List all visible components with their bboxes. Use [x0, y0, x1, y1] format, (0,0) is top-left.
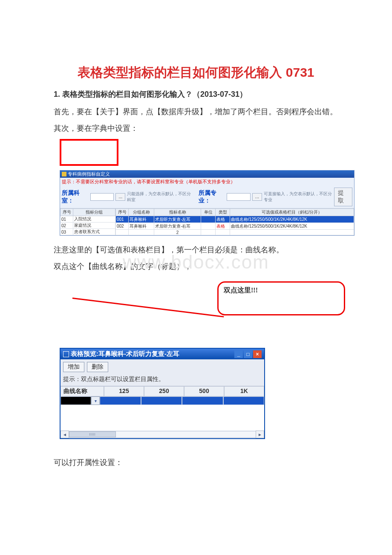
- th: 分组名称: [129, 209, 154, 216]
- grid-blank-area: [61, 405, 264, 431]
- delete-button[interactable]: 删除: [87, 362, 108, 372]
- table-row[interactable]: 01入院情况: [61, 216, 115, 223]
- scroll-right-icon[interactable]: ►: [256, 431, 264, 438]
- data-row[interactable]: ▾: [61, 396, 264, 405]
- red-highlight-box: [60, 139, 118, 166]
- add-button[interactable]: 增加: [63, 362, 84, 372]
- callout-pointer-line: [72, 298, 224, 318]
- left-table[interactable]: 序号 指标分组 01入院情况 02家庭情况 03患者联系方式: [60, 208, 115, 235]
- callout: 双点这里!!!: [38, 281, 354, 345]
- minimize-button[interactable]: _: [234, 350, 243, 358]
- header-row[interactable]: 曲线名称 125 250 500 1K: [61, 386, 264, 396]
- paragraph-3: 注意这里的【可选值和表格栏目】，第一个栏目必须是：曲线名称。: [38, 243, 354, 257]
- horizontal-scrollbar[interactable]: ◄ ►: [61, 431, 264, 438]
- column-header[interactable]: 250: [144, 386, 184, 396]
- table-row[interactable]: 02家庭情况: [61, 223, 115, 229]
- section-heading: 1. 表格类型指标的栏目如何图形化输入？（2013-07-31）: [38, 89, 354, 99]
- paragraph-4: 双点这个【曲线名称】的文字（标题），: [38, 260, 354, 273]
- th: 类型: [216, 209, 230, 216]
- window-titlebar: 表格预览:耳鼻喉科-术后听力复查-左耳 _ □ ×: [61, 349, 264, 359]
- callout-box: 双点这里!!!: [217, 281, 345, 315]
- label-major: 所属专业：: [199, 189, 225, 205]
- table-row[interactable]: 002 耳鼻喉科 术后听力复查-右耳 表格 曲线名称/125/250/500/1…: [116, 223, 354, 230]
- toolbar-tip: 提示：双点标题栏可以设置栏目属性。: [63, 375, 262, 383]
- cell[interactable]: [141, 396, 182, 405]
- table-row[interactable]: 001 耳鼻喉科 术后听力复查-左耳 表格 曲线名称/125/250/500/1…: [116, 216, 354, 223]
- scroll-track[interactable]: [69, 431, 256, 438]
- callout-text: 双点这里!!!: [224, 286, 258, 294]
- scroll-left-icon[interactable]: ◄: [61, 431, 69, 438]
- th: 单位: [201, 209, 216, 216]
- cell[interactable]: [223, 396, 265, 405]
- cell-selected[interactable]: [61, 396, 91, 405]
- column-header[interactable]: 125: [104, 386, 144, 396]
- close-button[interactable]: ×: [253, 350, 262, 358]
- th: 可选值或表格栏目（斜杠/分开）: [230, 209, 354, 216]
- extract-button[interactable]: 提取: [334, 188, 352, 206]
- window-title: 表格预览:耳鼻喉科-术后听力复查-左耳: [71, 350, 179, 358]
- screenshot-indicator-definition: 专科病例指标自定义 提示：不需要区分科室和专业的话，请不要设置科室和专业（单机版…: [60, 170, 355, 236]
- window-title: 专科病例指标自定义: [68, 171, 110, 177]
- right-table[interactable]: 序号 分组名称 指标名称 单位 类型 可选值或表格栏目（斜杠/分开） 001 耳…: [115, 208, 354, 235]
- toolbar: 增加 删除 提示：双点标题栏可以设置栏目属性。: [61, 359, 264, 386]
- table-row[interactable]: 2: [116, 230, 354, 235]
- window-hint: 提示：不需要区分科室和专业的话，请不要设置科室和专业（单机版不支持多专业）: [60, 178, 354, 186]
- hint-major: 可直接输入，为空表示默认，不区分专业: [264, 191, 332, 203]
- column-header[interactable]: 500: [184, 386, 224, 396]
- cell[interactable]: [100, 396, 141, 405]
- paragraph-5: 可以打开属性设置：: [38, 456, 354, 469]
- dropdown-icon[interactable]: ▾: [91, 396, 100, 405]
- scroll-thumb[interactable]: [69, 431, 116, 437]
- window-icon: [62, 172, 66, 176]
- department-input[interactable]: [90, 193, 114, 201]
- paragraph-2: 其次，要在字典中设置：: [38, 122, 354, 135]
- hint-department: 只能选择，为空表示默认，不区分科室: [127, 191, 192, 203]
- label-department: 所属科室：: [62, 189, 89, 205]
- column-header[interactable]: 1K: [224, 386, 264, 396]
- column-header[interactable]: 曲线名称: [61, 386, 104, 396]
- th: 序号: [116, 209, 129, 216]
- screenshot-table-preview: 表格预览:耳鼻喉科-术后听力复查-左耳 _ □ × 增加 删除 提示：双点标题栏…: [60, 348, 265, 439]
- paragraph-1: 首先，要在【关于】界面，点【数据库升级】，增加了两个栏目。否则程序会出错。: [38, 105, 354, 119]
- department-picker-button[interactable]: ...: [115, 193, 125, 201]
- th: 指标名称: [154, 209, 201, 216]
- window-titlebar: 专科病例指标自定义: [60, 171, 354, 178]
- filter-row: 所属科室： ... 只能选择，为空表示默认，不区分科室 所属专业： ... 可直…: [60, 186, 354, 208]
- major-input[interactable]: [227, 193, 251, 201]
- table-row[interactable]: 03患者联系方式: [61, 229, 115, 235]
- maximize-button[interactable]: □: [244, 350, 252, 358]
- major-picker-button[interactable]: ...: [252, 193, 262, 201]
- window-icon: [63, 351, 69, 357]
- th: 指标分组: [73, 209, 115, 216]
- th: 序号: [61, 209, 73, 216]
- cell[interactable]: [182, 396, 223, 405]
- doc-title: 表格类型指标的栏目如何图形化输入 0731: [38, 64, 354, 81]
